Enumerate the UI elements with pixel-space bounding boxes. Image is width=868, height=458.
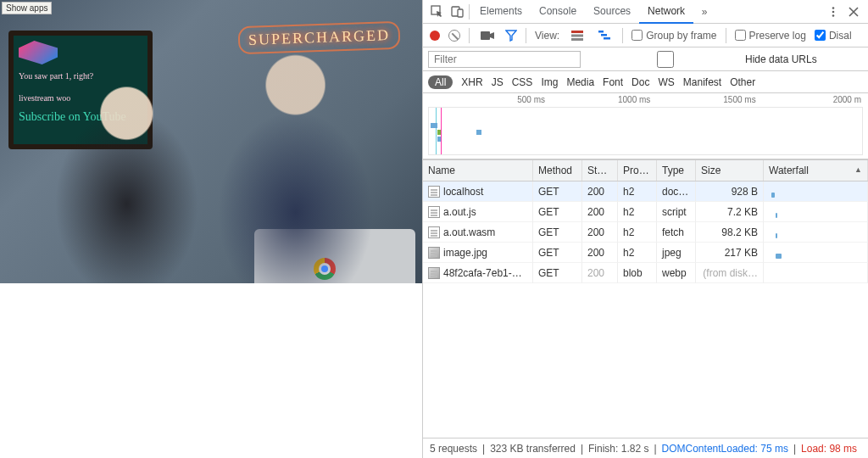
laptop (254, 229, 415, 283)
clear-button[interactable] (448, 30, 460, 42)
table-row[interactable]: 48f2cafa-7eb1-…GET200blobwebp(from disk… (423, 263, 868, 283)
filter-toggle-icon[interactable] (505, 30, 517, 42)
type-other[interactable]: Other (730, 76, 755, 88)
file-icon (428, 186, 440, 198)
tab-sources[interactable]: Sources (585, 0, 639, 23)
table-row[interactable]: a.out.wasmGET200h2fetch98.2 KB (423, 222, 868, 243)
device-toolbar-icon[interactable] (448, 3, 467, 21)
large-rows-icon[interactable] (568, 26, 587, 45)
status-requests: 5 requests (430, 443, 477, 455)
table-row[interactable]: localhostGET200h2doc…928 B (423, 182, 868, 202)
filter-row: Hide data URLs (423, 47, 868, 71)
inspect-element-icon[interactable] (428, 3, 447, 21)
svg-point-4 (832, 10, 835, 13)
requests-table: Name Method Sta… Pro… Type Size Waterfal… (423, 159, 868, 438)
col-status: Sta… (582, 160, 618, 181)
svg-rect-2 (458, 9, 463, 17)
type-filter-row: All XHR JS CSS Img Media Font Doc WS Man… (423, 71, 868, 93)
col-waterfall: Waterfall▲ (764, 160, 868, 181)
video-frame: Show apps You saw part 1, right? livestr… (0, 0, 422, 283)
type-xhr[interactable]: XHR (461, 76, 482, 88)
svg-rect-12 (604, 37, 610, 40)
svg-point-3 (832, 7, 835, 9)
kebab-menu-icon[interactable] (824, 3, 843, 21)
svg-rect-10 (598, 31, 604, 33)
status-dcl: DOMContentLoaded: 75 ms (662, 443, 788, 455)
type-css[interactable]: CSS (512, 76, 533, 88)
waterfall-view-icon[interactable] (595, 26, 614, 45)
svg-rect-7 (571, 31, 583, 33)
tab-elements[interactable]: Elements (471, 0, 531, 23)
file-icon (428, 267, 440, 279)
preserve-log-checkbox[interactable]: Preserve log (735, 30, 806, 42)
more-tabs-icon[interactable]: » (695, 3, 714, 21)
type-ws[interactable]: WS (658, 76, 674, 88)
hide-data-urls-checkbox[interactable]: Hide data URLs (589, 51, 817, 68)
svg-point-5 (832, 14, 835, 17)
camera-icon[interactable] (478, 26, 497, 45)
status-finish: Finish: 1.82 s (588, 443, 648, 455)
neon-sign: SUPERCHARGED (237, 21, 400, 55)
timeline-overview[interactable]: 500 ms 1000 ms 1500 ms 2000 m (423, 93, 868, 159)
status-bar: 5 requests| 323 KB transferred| Finish: … (423, 438, 868, 458)
record-button[interactable] (430, 31, 440, 41)
tab-console[interactable]: Console (531, 0, 585, 23)
devtools-tabbar: Elements Console Sources Network » (423, 0, 868, 24)
svg-rect-8 (571, 34, 583, 36)
col-method: Method (533, 160, 582, 181)
close-devtools-icon[interactable] (844, 3, 863, 21)
chalkboard: You saw part 1, right? livestream woo Su… (8, 31, 153, 149)
col-type: Type (657, 160, 696, 181)
type-doc[interactable]: Doc (632, 76, 649, 88)
network-toolbar: View: Group by frame Preserve log Disal (423, 24, 868, 47)
file-icon (428, 226, 440, 238)
file-icon (428, 247, 440, 259)
chrome-logo-icon (314, 258, 336, 280)
table-row[interactable]: image.jpgGET200h2jpeg217 KB (423, 243, 868, 263)
disable-cache-checkbox[interactable]: Disal (815, 30, 852, 42)
svg-rect-11 (601, 34, 607, 36)
sort-indicator-icon: ▲ (854, 165, 862, 174)
col-size: Size (696, 160, 764, 181)
table-row[interactable]: a.out.jsGET200h2script7.2 KB (423, 202, 868, 222)
polymer-logo (19, 41, 58, 64)
status-transferred: 323 KB transferred (490, 443, 576, 455)
video-pane: Show apps You saw part 1, right? livestr… (0, 0, 422, 458)
svg-rect-6 (481, 31, 490, 40)
filter-input[interactable] (428, 51, 581, 68)
tab-network[interactable]: Network (639, 0, 693, 24)
table-header[interactable]: Name Method Sta… Pro… Type Size Waterfal… (423, 159, 868, 182)
type-img[interactable]: Img (541, 76, 558, 88)
type-font[interactable]: Font (603, 76, 623, 88)
file-icon (428, 206, 440, 218)
col-name: Name (423, 160, 533, 181)
type-media[interactable]: Media (566, 76, 594, 88)
svg-rect-9 (571, 38, 583, 41)
type-manifest[interactable]: Manifest (683, 76, 721, 88)
devtools-panel: Elements Console Sources Network » (422, 0, 868, 458)
show-apps-tooltip: Show apps (2, 2, 52, 14)
type-js[interactable]: JS (492, 76, 504, 88)
view-label: View: (535, 30, 559, 42)
col-protocol: Pro… (618, 160, 657, 181)
group-by-frame-checkbox[interactable]: Group by frame (632, 30, 716, 42)
type-all[interactable]: All (428, 75, 453, 89)
status-load: Load: 98 ms (801, 443, 857, 455)
